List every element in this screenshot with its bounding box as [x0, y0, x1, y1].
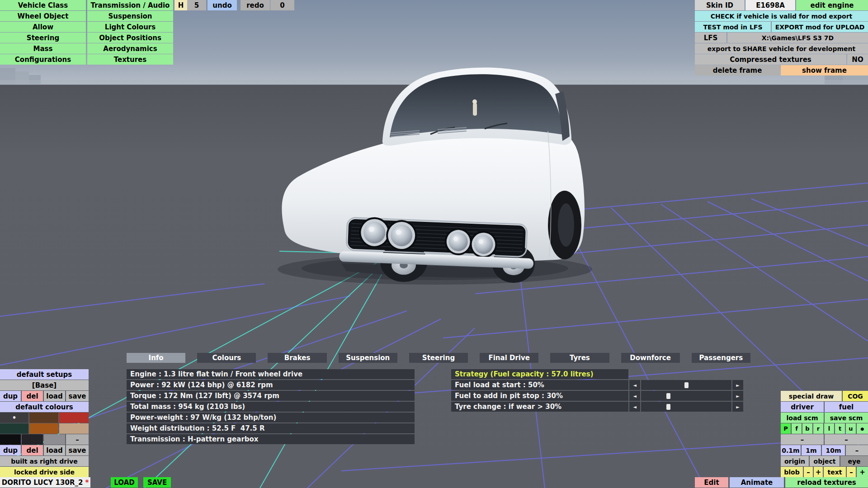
tab-steering[interactable]: Steering — [409, 353, 468, 363]
menu-light-colours[interactable]: Light Colours — [87, 22, 173, 32]
tab-tyres[interactable]: Tyres — [550, 353, 609, 363]
menu-suspension[interactable]: Suspension — [87, 11, 173, 21]
tab-info[interactable]: Info — [127, 353, 185, 363]
compressed-textures-label[interactable]: Compressed textures — [695, 54, 846, 65]
save-scm-button[interactable]: save scm — [825, 413, 868, 423]
show-frame-button[interactable]: show frame — [781, 65, 868, 75]
text-button[interactable]: text — [824, 467, 846, 477]
blob-plus-button[interactable]: + — [814, 467, 823, 477]
text-plus-button[interactable]: + — [857, 467, 868, 477]
colour-del-button[interactable]: del — [22, 445, 43, 455]
colour-load-button[interactable]: load — [44, 445, 65, 455]
tab-final-drive[interactable]: Final Drive — [480, 353, 538, 363]
undo-button[interactable]: undo — [208, 0, 237, 10]
check-valid-button[interactable]: CHECK if vehicle is valid for mod export — [695, 11, 868, 21]
setup-dup-button[interactable]: dup — [0, 391, 21, 401]
colour-swatch-none[interactable]: – — [66, 434, 89, 445]
toggle-dot-button[interactable]: ● — [857, 423, 868, 434]
slider-thumb[interactable] — [684, 382, 689, 388]
fuel-load-slider[interactable] — [641, 380, 731, 390]
menu-transmission-audio[interactable]: Transmission / Audio — [87, 0, 173, 10]
view-object-button[interactable]: object — [810, 456, 840, 466]
load-button[interactable]: LOAD — [111, 477, 138, 488]
default-setups-button[interactable]: default setups — [0, 369, 89, 380]
export-mod-button[interactable]: EXPORT mod for UPLOAD — [772, 22, 868, 32]
setup-base-button[interactable]: [Base] — [0, 380, 89, 390]
redo-button[interactable]: redo — [241, 0, 270, 10]
animate-mode-button[interactable]: Animate — [730, 477, 784, 488]
setup-save-button[interactable]: save — [66, 391, 89, 401]
edit-mode-button[interactable]: Edit — [695, 477, 728, 488]
dash-button-right[interactable]: – — [825, 434, 868, 445]
colour-swatch[interactable] — [59, 413, 89, 423]
tab-passengers[interactable]: Passengers — [692, 353, 750, 363]
colour-swatch-selected[interactable]: • — [0, 413, 28, 423]
tyre-change-slider[interactable] — [641, 402, 731, 412]
colour-swatch[interactable] — [44, 434, 65, 445]
colour-save-button[interactable]: save — [66, 445, 89, 455]
export-share-button[interactable]: export to SHARE vehicle for development — [695, 43, 868, 54]
colour-swatch[interactable] — [59, 423, 89, 434]
fuel-button[interactable]: fuel — [825, 402, 868, 412]
test-mod-button[interactable]: TEST mod in LFS — [695, 22, 771, 32]
view-eye-button[interactable]: eye — [840, 456, 868, 466]
colour-swatch[interactable] — [0, 423, 28, 434]
menu-aerodynamics[interactable]: Aerodynamics — [87, 43, 173, 54]
setup-load-button[interactable]: load — [44, 391, 65, 401]
save-button[interactable]: SAVE — [143, 477, 171, 488]
toggle-b-button[interactable]: b — [802, 423, 812, 434]
menu-wheel-object[interactable]: Wheel Object — [0, 11, 86, 21]
compressed-textures-value[interactable]: NO — [847, 54, 868, 65]
tyre-change-decrease-button[interactable]: ◄ — [629, 402, 640, 412]
colour-swatch[interactable] — [29, 413, 58, 423]
pit-fuel-slider[interactable] — [641, 391, 731, 401]
dash-button-left[interactable]: – — [781, 434, 824, 445]
menu-textures[interactable]: Textures — [87, 54, 173, 65]
fuel-load-increase-button[interactable]: ► — [732, 380, 743, 390]
scale-none-button[interactable]: – — [846, 445, 868, 455]
history-mode-button[interactable]: H — [175, 0, 187, 10]
pit-fuel-increase-button[interactable]: ► — [732, 391, 743, 401]
toggle-r-button[interactable]: r — [813, 423, 823, 434]
toggle-l-button[interactable]: l — [824, 423, 834, 434]
colour-swatch[interactable] — [0, 434, 21, 445]
menu-configurations[interactable]: Configurations — [0, 54, 86, 65]
blob-button[interactable]: blob — [781, 467, 803, 477]
driver-button[interactable]: driver — [781, 402, 824, 412]
setup-del-button[interactable]: del — [22, 391, 43, 401]
tyre-change-increase-button[interactable]: ► — [732, 402, 743, 412]
colour-swatch[interactable] — [22, 434, 43, 445]
scale-01m-button[interactable]: 0.1m — [781, 445, 801, 455]
lfs-button[interactable]: LFS — [695, 33, 726, 43]
colour-dup-button[interactable]: dup — [0, 445, 21, 455]
skin-id-value[interactable]: E1698A — [745, 0, 795, 10]
scale-1m-button[interactable]: 1m — [802, 445, 821, 455]
load-scm-button[interactable]: load scm — [781, 413, 824, 423]
slider-thumb[interactable] — [666, 393, 670, 399]
reload-textures-button[interactable]: reload textures — [785, 477, 868, 488]
fuel-load-decrease-button[interactable]: ◄ — [629, 380, 640, 390]
lfs-path[interactable]: X:\Games\LFS S3 7D — [727, 33, 868, 43]
special-draw-button[interactable]: special draw — [781, 391, 842, 401]
toggle-f-button[interactable]: f — [792, 423, 802, 434]
vehicle-filename[interactable]: DORITO LUCY 130R_2 * — [0, 477, 90, 488]
blob-minus-button[interactable]: – — [804, 467, 813, 477]
text-minus-button[interactable]: – — [847, 467, 856, 477]
locked-drive-side-button[interactable]: locked drive side — [0, 467, 89, 477]
default-colours-button[interactable]: default colours — [0, 402, 89, 412]
menu-vehicle-class[interactable]: Vehicle Class — [0, 0, 86, 10]
delete-frame-button[interactable]: delete frame — [695, 65, 780, 75]
cog-button[interactable]: COG — [843, 391, 868, 401]
tab-suspension[interactable]: Suspension — [339, 353, 397, 363]
toggle-p-button[interactable]: P — [781, 423, 791, 434]
menu-steering[interactable]: Steering — [0, 33, 86, 43]
tab-brakes[interactable]: Brakes — [268, 353, 326, 363]
toggle-u-button[interactable]: u — [846, 423, 856, 434]
slider-thumb[interactable] — [666, 404, 670, 410]
toggle-t-button[interactable]: t — [835, 423, 845, 434]
tab-colours[interactable]: Colours — [197, 353, 256, 363]
menu-object-positions[interactable]: Object Positions — [87, 33, 173, 43]
built-as-right-drive-button[interactable]: built as right drive — [0, 456, 89, 466]
view-origin-button[interactable]: origin — [781, 456, 809, 466]
colour-swatch[interactable] — [29, 423, 58, 434]
